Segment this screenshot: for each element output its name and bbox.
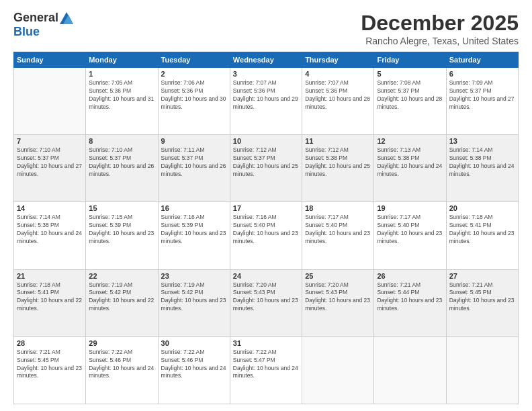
calendar-cell bbox=[374, 336, 446, 404]
day-info: Sunrise: 7:16 AM Sunset: 5:39 PM Dayligh… bbox=[161, 214, 227, 246]
location-title: Rancho Alegre, Texas, United States bbox=[361, 36, 519, 46]
month-title: December 2025 bbox=[361, 11, 519, 36]
day-number: 28 bbox=[17, 339, 83, 347]
calendar-week-row: 21Sunrise: 7:18 AM Sunset: 5:41 PM Dayli… bbox=[14, 269, 519, 336]
day-info: Sunrise: 7:07 AM Sunset: 5:36 PM Dayligh… bbox=[305, 79, 371, 111]
day-info: Sunrise: 7:21 AM Sunset: 5:45 PM Dayligh… bbox=[449, 281, 515, 314]
calendar-week-row: 28Sunrise: 7:21 AM Sunset: 5:45 PM Dayli… bbox=[14, 336, 519, 404]
calendar-cell: 29Sunrise: 7:22 AM Sunset: 5:46 PM Dayli… bbox=[86, 336, 158, 404]
logo-icon bbox=[60, 12, 73, 24]
weekday-header-monday: Monday bbox=[86, 52, 158, 68]
calendar-cell bbox=[446, 336, 518, 404]
calendar-cell: 16Sunrise: 7:16 AM Sunset: 5:39 PM Dayli… bbox=[158, 202, 230, 269]
weekday-header-row: SundayMondayTuesdayWednesdayThursdayFrid… bbox=[14, 52, 519, 68]
day-info: Sunrise: 7:08 AM Sunset: 5:37 PM Dayligh… bbox=[377, 79, 443, 111]
day-number: 7 bbox=[17, 137, 83, 145]
weekday-header-thursday: Thursday bbox=[302, 52, 374, 68]
day-info: Sunrise: 7:07 AM Sunset: 5:36 PM Dayligh… bbox=[233, 79, 299, 111]
calendar-cell: 21Sunrise: 7:18 AM Sunset: 5:41 PM Dayli… bbox=[14, 269, 86, 336]
weekday-header-sunday: Sunday bbox=[14, 52, 86, 68]
day-number: 26 bbox=[377, 272, 443, 280]
calendar-cell: 12Sunrise: 7:13 AM Sunset: 5:38 PM Dayli… bbox=[374, 135, 446, 202]
day-info: Sunrise: 7:15 AM Sunset: 5:39 PM Dayligh… bbox=[89, 214, 154, 246]
day-number: 25 bbox=[305, 272, 371, 280]
calendar-cell: 11Sunrise: 7:12 AM Sunset: 5:38 PM Dayli… bbox=[302, 135, 374, 202]
day-info: Sunrise: 7:22 AM Sunset: 5:47 PM Dayligh… bbox=[233, 349, 299, 381]
day-number: 5 bbox=[377, 70, 443, 78]
calendar-cell: 10Sunrise: 7:12 AM Sunset: 5:37 PM Dayli… bbox=[230, 135, 302, 202]
day-number: 15 bbox=[89, 204, 154, 212]
day-info: Sunrise: 7:14 AM Sunset: 5:38 PM Dayligh… bbox=[449, 146, 515, 179]
calendar-cell: 31Sunrise: 7:22 AM Sunset: 5:47 PM Dayli… bbox=[230, 336, 302, 404]
weekday-header-wednesday: Wednesday bbox=[230, 52, 302, 68]
day-number: 11 bbox=[305, 137, 371, 145]
page: General Blue December 2025 Rancho Alegre… bbox=[0, 0, 532, 411]
day-info: Sunrise: 7:13 AM Sunset: 5:38 PM Dayligh… bbox=[377, 146, 443, 179]
calendar-cell: 26Sunrise: 7:21 AM Sunset: 5:44 PM Dayli… bbox=[374, 269, 446, 336]
day-info: Sunrise: 7:05 AM Sunset: 5:36 PM Dayligh… bbox=[89, 79, 154, 111]
weekday-header-tuesday: Tuesday bbox=[158, 52, 230, 68]
day-info: Sunrise: 7:20 AM Sunset: 5:43 PM Dayligh… bbox=[233, 281, 299, 314]
day-number: 9 bbox=[161, 137, 227, 145]
calendar-week-row: 1Sunrise: 7:05 AM Sunset: 5:36 PM Daylig… bbox=[14, 68, 519, 135]
day-info: Sunrise: 7:16 AM Sunset: 5:40 PM Dayligh… bbox=[233, 214, 299, 246]
day-number: 16 bbox=[161, 204, 227, 212]
logo: General Blue bbox=[13, 11, 73, 39]
day-number: 27 bbox=[449, 272, 515, 280]
title-block: December 2025 Rancho Alegre, Texas, Unit… bbox=[361, 11, 519, 46]
calendar-cell: 14Sunrise: 7:14 AM Sunset: 5:38 PM Dayli… bbox=[14, 202, 86, 269]
calendar-cell: 22Sunrise: 7:19 AM Sunset: 5:42 PM Dayli… bbox=[86, 269, 158, 336]
day-number: 20 bbox=[449, 204, 515, 212]
day-number: 31 bbox=[233, 339, 299, 347]
day-number: 4 bbox=[305, 70, 371, 78]
day-info: Sunrise: 7:22 AM Sunset: 5:46 PM Dayligh… bbox=[161, 349, 227, 381]
day-number: 18 bbox=[305, 204, 371, 212]
calendar-cell: 5Sunrise: 7:08 AM Sunset: 5:37 PM Daylig… bbox=[374, 68, 446, 135]
calendar-week-row: 7Sunrise: 7:10 AM Sunset: 5:37 PM Daylig… bbox=[14, 135, 519, 202]
header: General Blue December 2025 Rancho Alegre… bbox=[13, 11, 519, 46]
calendar-cell: 28Sunrise: 7:21 AM Sunset: 5:45 PM Dayli… bbox=[14, 336, 86, 404]
calendar-cell: 13Sunrise: 7:14 AM Sunset: 5:38 PM Dayli… bbox=[446, 135, 518, 202]
day-number: 12 bbox=[377, 137, 443, 145]
calendar-cell: 2Sunrise: 7:06 AM Sunset: 5:36 PM Daylig… bbox=[158, 68, 230, 135]
calendar-cell: 19Sunrise: 7:17 AM Sunset: 5:40 PM Dayli… bbox=[374, 202, 446, 269]
calendar-cell: 8Sunrise: 7:10 AM Sunset: 5:37 PM Daylig… bbox=[86, 135, 158, 202]
day-info: Sunrise: 7:21 AM Sunset: 5:44 PM Dayligh… bbox=[377, 281, 443, 314]
calendar-cell: 6Sunrise: 7:09 AM Sunset: 5:37 PM Daylig… bbox=[446, 68, 518, 135]
day-number: 6 bbox=[449, 70, 515, 78]
calendar-cell: 3Sunrise: 7:07 AM Sunset: 5:36 PM Daylig… bbox=[230, 68, 302, 135]
day-info: Sunrise: 7:20 AM Sunset: 5:43 PM Dayligh… bbox=[305, 281, 371, 314]
day-number: 13 bbox=[449, 137, 515, 145]
day-number: 8 bbox=[89, 137, 154, 145]
day-info: Sunrise: 7:06 AM Sunset: 5:36 PM Dayligh… bbox=[161, 79, 227, 111]
calendar-table: SundayMondayTuesdayWednesdayThursdayFrid… bbox=[13, 52, 519, 404]
calendar-cell: 18Sunrise: 7:17 AM Sunset: 5:40 PM Dayli… bbox=[302, 202, 374, 269]
day-info: Sunrise: 7:09 AM Sunset: 5:37 PM Dayligh… bbox=[449, 79, 515, 111]
calendar-cell: 15Sunrise: 7:15 AM Sunset: 5:39 PM Dayli… bbox=[86, 202, 158, 269]
day-info: Sunrise: 7:19 AM Sunset: 5:42 PM Dayligh… bbox=[161, 281, 227, 314]
day-info: Sunrise: 7:18 AM Sunset: 5:41 PM Dayligh… bbox=[17, 281, 83, 314]
calendar-cell: 7Sunrise: 7:10 AM Sunset: 5:37 PM Daylig… bbox=[14, 135, 86, 202]
calendar-cell: 17Sunrise: 7:16 AM Sunset: 5:40 PM Dayli… bbox=[230, 202, 302, 269]
day-number: 1 bbox=[89, 70, 154, 78]
calendar-cell: 23Sunrise: 7:19 AM Sunset: 5:42 PM Dayli… bbox=[158, 269, 230, 336]
calendar-cell: 24Sunrise: 7:20 AM Sunset: 5:43 PM Dayli… bbox=[230, 269, 302, 336]
calendar-week-row: 14Sunrise: 7:14 AM Sunset: 5:38 PM Dayli… bbox=[14, 202, 519, 269]
day-info: Sunrise: 7:18 AM Sunset: 5:41 PM Dayligh… bbox=[449, 214, 515, 246]
day-number: 17 bbox=[233, 204, 299, 212]
day-number: 29 bbox=[89, 339, 154, 347]
weekday-header-friday: Friday bbox=[374, 52, 446, 68]
day-number: 19 bbox=[377, 204, 443, 212]
day-number: 14 bbox=[17, 204, 83, 212]
day-info: Sunrise: 7:21 AM Sunset: 5:45 PM Dayligh… bbox=[17, 349, 83, 381]
calendar-cell: 27Sunrise: 7:21 AM Sunset: 5:45 PM Dayli… bbox=[446, 269, 518, 336]
logo-general-text: General bbox=[13, 11, 58, 25]
day-number: 22 bbox=[89, 272, 154, 280]
calendar-cell: 1Sunrise: 7:05 AM Sunset: 5:36 PM Daylig… bbox=[86, 68, 158, 135]
day-info: Sunrise: 7:12 AM Sunset: 5:38 PM Dayligh… bbox=[305, 146, 371, 179]
day-number: 30 bbox=[161, 339, 227, 347]
calendar-cell bbox=[14, 68, 86, 135]
day-number: 23 bbox=[161, 272, 227, 280]
calendar-cell: 9Sunrise: 7:11 AM Sunset: 5:37 PM Daylig… bbox=[158, 135, 230, 202]
day-info: Sunrise: 7:22 AM Sunset: 5:46 PM Dayligh… bbox=[89, 349, 154, 381]
